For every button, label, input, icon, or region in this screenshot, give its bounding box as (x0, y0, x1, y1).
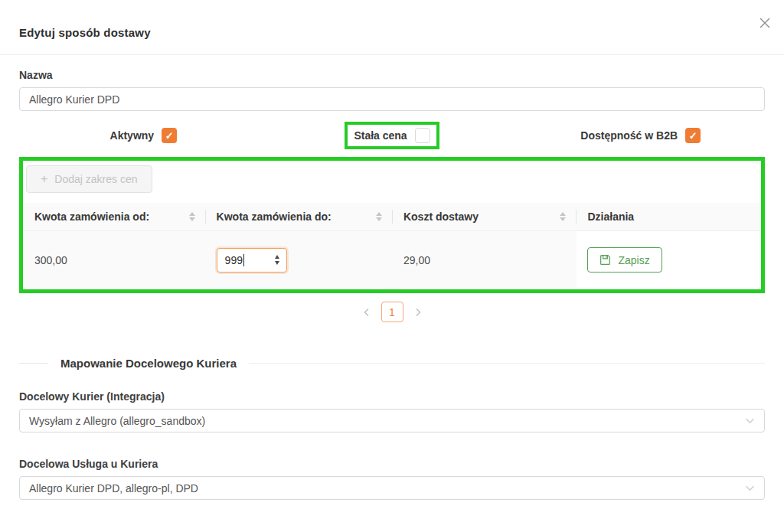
chevron-left-icon (362, 308, 371, 317)
page-title: Edytuj sposób dostawy (19, 26, 151, 39)
table-header-row: Kwota zamówienia od: Kwota zamówienia do… (24, 203, 760, 231)
target-courier-label: Docelowy Kurier (Integracja) (19, 390, 765, 403)
save-icon (599, 254, 611, 266)
col-header-actions: Działania (577, 203, 760, 231)
fixed-price-highlight-box: Stała cena (345, 122, 439, 149)
save-button-label: Zapisz (618, 254, 649, 266)
checkbox-col-fixed-price: Stała cena (268, 122, 517, 149)
sort-icon[interactable] (376, 212, 382, 221)
active-group: Aktywny ✓ (101, 122, 187, 149)
target-service-label: Docelowa Usługa u Kuriera (19, 458, 765, 470)
order-to-cell: 999 (206, 231, 393, 289)
col-header-order-from[interactable]: Kwota zamówienia od: (24, 203, 206, 231)
modal-body: Nazwa Aktywny ✓ Stała cena Dostępność w … (0, 69, 784, 500)
divider-line (249, 363, 765, 364)
add-price-range-label: Dodaj zakres cen (54, 173, 137, 185)
chevron-down-icon (745, 416, 755, 426)
text-cursor (243, 254, 244, 266)
pagination-next[interactable] (412, 306, 424, 318)
target-service-value: Allegro Kurier DPD, allegro-pl, DPD (29, 482, 198, 494)
sort-icon[interactable] (560, 212, 566, 221)
step-up-icon[interactable] (275, 255, 279, 259)
active-label: Aktywny (110, 129, 155, 142)
pagination: 1 (19, 302, 765, 322)
close-icon (759, 17, 771, 29)
chevron-down-icon (745, 483, 755, 493)
order-to-value: 999 (225, 254, 243, 266)
close-button[interactable] (757, 15, 773, 31)
table-row: 300,00 999 29,00 (24, 231, 760, 289)
mapping-section-divider: Mapowanie Docelowego Kuriera (19, 357, 765, 370)
col-header-delivery-cost[interactable]: Koszt dostawy (393, 203, 577, 231)
name-input[interactable] (19, 87, 765, 111)
sort-icon[interactable] (189, 212, 195, 221)
add-price-range-button[interactable]: + Dodaj zakres cen (26, 165, 152, 193)
b2b-label: Dostępność w B2B (580, 129, 678, 142)
pagination-page-1[interactable]: 1 (381, 302, 403, 322)
fixed-price-checkbox[interactable] (415, 128, 430, 143)
col-header-label: Kwota zamówienia do: (217, 211, 332, 223)
order-to-input[interactable]: 999 (217, 248, 287, 273)
checkbox-col-b2b: Dostępność w B2B ✓ (516, 122, 765, 149)
target-courier-value: Wysyłam z Allegro (allegro_sandbox) (29, 415, 205, 427)
step-down-icon[interactable] (275, 261, 279, 265)
modal-header: Edytuj sposób dostawy (0, 0, 784, 55)
divider-line (19, 363, 48, 364)
save-button[interactable]: Zapisz (587, 247, 662, 273)
col-header-label: Działania (587, 211, 634, 223)
b2b-checkbox[interactable]: ✓ (685, 128, 701, 143)
col-header-order-to[interactable]: Kwota zamówienia do: (206, 203, 393, 231)
actions-cell: Zapisz (577, 231, 760, 289)
target-courier-select[interactable]: Wysyłam z Allegro (allegro_sandbox) (19, 409, 765, 432)
order-from-cell: 300,00 (24, 231, 206, 289)
col-header-label: Kwota zamówienia od: (34, 211, 149, 223)
checkbox-row: Aktywny ✓ Stała cena Dostępność w B2B ✓ (19, 122, 765, 149)
checkbox-col-active: Aktywny ✓ (19, 122, 268, 149)
b2b-group: Dostępność w B2B ✓ (571, 122, 710, 149)
target-service-select[interactable]: Allegro Kurier DPD, allegro-pl, DPD (19, 476, 765, 500)
chevron-right-icon (413, 308, 423, 317)
price-ranges-table: Kwota zamówienia od: Kwota zamówienia do… (24, 203, 760, 289)
active-checkbox[interactable]: ✓ (162, 128, 177, 143)
delivery-cost-cell: 29,00 (393, 231, 577, 289)
fixed-price-label: Stała cena (354, 129, 407, 142)
name-label: Nazwa (19, 69, 765, 81)
pagination-prev[interactable] (361, 306, 373, 318)
mapping-section-title: Mapowanie Docelowego Kuriera (60, 357, 237, 370)
price-ranges-highlight-box: + Dodaj zakres cen Kwota zamówienia od: … (19, 157, 765, 293)
plus-icon: + (41, 173, 47, 185)
number-stepper[interactable] (271, 255, 283, 265)
col-header-label: Koszt dostawy (403, 211, 479, 223)
